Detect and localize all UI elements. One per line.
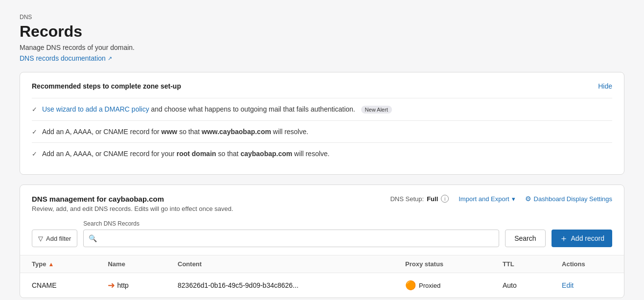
col-actions: Actions	[550, 255, 624, 273]
search-button[interactable]: Search	[505, 230, 545, 247]
step-1: ✓ Use wizard to add a DMARC policy and c…	[32, 98, 612, 120]
search-label: Search DNS Records	[83, 220, 499, 227]
dns-setup-info: DNS Setup: Full i	[390, 195, 449, 203]
new-alert-badge: New Alert	[361, 106, 392, 114]
cloud-proxied-icon: 🟠	[405, 280, 416, 291]
import-export-button[interactable]: Import and Export ▾	[459, 195, 515, 203]
docs-link[interactable]: DNS records documentation ↗	[20, 54, 112, 62]
dns-management-card: DNS management for caybaobap.com Review,…	[20, 185, 624, 298]
dns-management-subtitle: Review, add, and edit DNS records. Edits…	[32, 205, 233, 212]
hide-button[interactable]: Hide	[598, 82, 612, 90]
col-content: Content	[166, 255, 393, 273]
section-label: DNS	[20, 14, 624, 21]
cell-ttl: Auto	[491, 273, 550, 298]
col-type: Type ▲	[20, 255, 96, 273]
add-filter-button[interactable]: ▽ Add filter	[32, 230, 77, 247]
check-icon-3: ✓	[32, 150, 37, 158]
plus-icon: ＋	[559, 232, 568, 244]
info-icon[interactable]: i	[441, 195, 449, 203]
arrow-icon: ➜	[108, 280, 115, 291]
cell-type: CNAME	[20, 273, 96, 298]
search-input-wrapper: 🔍	[83, 230, 499, 247]
gear-icon: ⚙	[525, 195, 531, 203]
dashboard-settings-button[interactable]: ⚙ Dashboard Display Settings	[525, 195, 612, 203]
page-title: Records	[20, 23, 624, 41]
search-icon: 🔍	[89, 234, 97, 242]
check-icon-1: ✓	[32, 106, 37, 113]
col-proxy-status: Proxy status	[393, 255, 491, 273]
col-ttl: TTL	[491, 255, 550, 273]
chevron-down-icon: ▾	[512, 195, 515, 203]
search-input[interactable]	[101, 234, 494, 242]
check-icon-2: ✓	[32, 128, 37, 136]
cell-actions: Edit	[550, 273, 624, 298]
external-link-icon: ↗	[108, 55, 112, 62]
recommended-steps-card: Recommended steps to complete zone set-u…	[20, 72, 624, 175]
table-row: CNAME ➜ http 823626d1-0b16-49c5-9d09-b34…	[20, 273, 624, 298]
dns-management-title: DNS management for caybaobap.com	[32, 195, 233, 203]
col-name: Name	[96, 255, 166, 273]
search-group: Search DNS Records 🔍	[83, 220, 499, 247]
dmarc-link[interactable]: Use wizard to add a DMARC policy	[42, 105, 149, 113]
step-2: ✓ Add an A, AAAA, or CNAME record for ww…	[32, 120, 612, 142]
sort-arrow-icon[interactable]: ▲	[48, 261, 54, 268]
page-subtitle: Manage DNS records of your domain.	[20, 44, 624, 51]
cell-name: ➜ http	[96, 273, 166, 298]
cell-proxy-status: 🟠 Proxied	[393, 273, 491, 298]
add-record-button[interactable]: ＋ Add record	[552, 230, 612, 247]
recommended-title: Recommended steps to complete zone set-u…	[32, 82, 181, 90]
step-3: ✓ Add an A, AAAA, or CNAME record for yo…	[32, 142, 612, 164]
edit-link[interactable]: Edit	[562, 281, 574, 289]
cell-content: 823626d1-0b16-49c5-9d09-b34c8626...	[166, 273, 393, 298]
filter-icon: ▽	[38, 235, 43, 242]
dns-records-table: Type ▲ Name Content Proxy status TTL Act…	[20, 255, 624, 298]
